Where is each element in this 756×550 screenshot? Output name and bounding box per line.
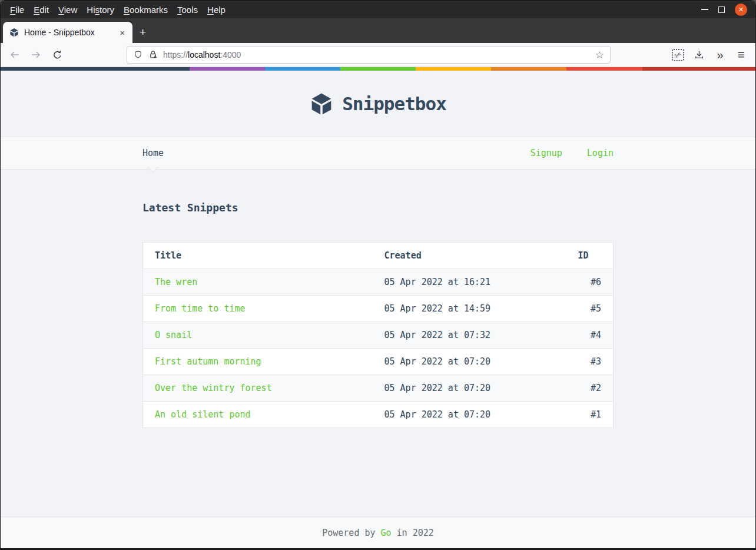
- snippet-id-cell: #3: [566, 349, 614, 375]
- overflow-chevron-icon[interactable]: »: [713, 48, 727, 62]
- url-bar[interactable]: https://localhost:4000 ☆: [127, 46, 611, 64]
- table-row: First autumn morning 05 Apr 2022 at 07:2…: [143, 349, 614, 375]
- downloads-button[interactable]: [692, 48, 706, 62]
- menu-file[interactable]: File: [5, 3, 29, 16]
- column-header-title: Title: [143, 243, 373, 269]
- snippet-created-cell: 05 Apr 2022 at 07:32: [373, 322, 566, 349]
- tracking-protection-shield-icon[interactable]: [133, 50, 143, 60]
- footer-text-suffix: in 2022: [397, 528, 434, 538]
- forward-arrow-icon: [30, 49, 42, 61]
- footer-text-prefix: Powered by: [322, 528, 375, 538]
- snippet-title-cell: An old silent pond: [143, 402, 373, 428]
- menu-tools[interactable]: Tools: [173, 3, 203, 16]
- snippetbox-favicon-cube-icon: [9, 28, 19, 37]
- main-area: Latest Snippets Title Created ID The wre…: [1, 170, 755, 516]
- nav-link-signup[interactable]: Signup: [530, 148, 562, 158]
- tab-close-icon[interactable]: ×: [117, 28, 128, 38]
- menu-edit[interactable]: Edit: [29, 3, 54, 16]
- reload-button[interactable]: [50, 48, 64, 62]
- snippet-created-cell: 05 Apr 2022 at 16:21: [373, 269, 566, 296]
- connection-lock-warning-icon[interactable]: [148, 49, 158, 60]
- snippet-title-link[interactable]: First autumn morning: [155, 356, 261, 367]
- snippet-id-cell: #6: [566, 269, 614, 296]
- snippet-title-link[interactable]: O snail: [155, 330, 192, 340]
- snippet-created-cell: 05 Apr 2022 at 14:59: [373, 296, 566, 322]
- screenshot-tool-button[interactable]: ✂: [671, 48, 685, 62]
- snippets-table: Title Created ID The wren 05 Apr 2022 at…: [142, 242, 614, 428]
- snippet-title-link[interactable]: The wren: [155, 277, 197, 287]
- download-icon: [694, 49, 705, 61]
- minimize-button[interactable]: [701, 9, 708, 10]
- new-tab-button[interactable]: +: [132, 22, 153, 43]
- snippet-title-cell: Over the wintry forest: [143, 375, 373, 402]
- bookmark-star-icon[interactable]: ☆: [595, 49, 604, 61]
- nav-link-login[interactable]: Login: [587, 148, 614, 158]
- table-row: From time to time 05 Apr 2022 at 14:59 #…: [143, 296, 614, 322]
- reload-icon: [52, 49, 63, 61]
- snippet-title-link[interactable]: An old silent pond: [155, 409, 251, 420]
- forward-button[interactable]: [29, 48, 43, 62]
- back-arrow-icon: [9, 49, 21, 61]
- snippet-title-link[interactable]: From time to time: [155, 303, 246, 314]
- snippet-created-cell: 05 Apr 2022 at 07:20: [373, 349, 566, 375]
- window-controls: ×: [701, 4, 751, 16]
- snippet-created-cell: 05 Apr 2022 at 07:20: [373, 402, 566, 428]
- snippet-created-cell: 05 Apr 2022 at 07:20: [373, 375, 566, 402]
- table-row: O snail 05 Apr 2022 at 07:32 #4: [143, 322, 614, 349]
- menu-items: FileEditViewHistoryBookmarksToolsHelp: [5, 3, 230, 16]
- close-window-button[interactable]: ×: [735, 4, 747, 16]
- menu-bar: FileEditViewHistoryBookmarksToolsHelp ×: [1, 1, 755, 18]
- menu-bookmarks[interactable]: Bookmarks: [119, 3, 173, 16]
- snippet-title-cell: First autumn morning: [143, 349, 373, 375]
- tab-bar: Home - Snippetbox × +: [1, 18, 755, 43]
- snippet-id-cell: #4: [566, 322, 614, 349]
- column-header-id: ID: [566, 243, 614, 269]
- site-nav: Home Signup Login: [1, 137, 755, 170]
- table-row: An old silent pond 05 Apr 2022 at 07:20 …: [143, 402, 614, 428]
- snippet-title-cell: From time to time: [143, 296, 373, 322]
- site-header: Snippetbox: [1, 71, 755, 137]
- footer-go-link[interactable]: Go: [381, 528, 392, 538]
- menu-view[interactable]: View: [54, 3, 82, 16]
- snippet-id-cell: #5: [566, 296, 614, 322]
- table-row: The wren 05 Apr 2022 at 16:21 #6: [143, 269, 614, 296]
- hamburger-menu-icon[interactable]: ≡: [734, 48, 748, 62]
- snippet-id-cell: #1: [566, 402, 614, 428]
- page-content: Snippetbox Home Signup Login Latest Snip…: [1, 71, 755, 548]
- snippet-id-cell: #2: [566, 375, 614, 402]
- snippet-title-cell: The wren: [143, 269, 373, 296]
- snippet-title-cell: O snail: [143, 322, 373, 349]
- tab-title: Home - Snippetbox: [24, 28, 111, 37]
- nav-link-home[interactable]: Home: [142, 148, 164, 158]
- maximize-button[interactable]: [718, 6, 725, 13]
- menu-history[interactable]: History: [82, 3, 119, 16]
- column-header-created: Created: [373, 243, 566, 269]
- browser-window: FileEditViewHistoryBookmarksToolsHelp × …: [0, 0, 756, 550]
- scissors-icon: ✂: [672, 49, 684, 61]
- tab-home-snippetbox[interactable]: Home - Snippetbox ×: [3, 22, 132, 43]
- site-title[interactable]: Snippetbox: [342, 93, 446, 114]
- table-header-row: Title Created ID: [143, 243, 614, 269]
- site-footer: Powered by Go in 2022: [1, 516, 755, 548]
- page-heading: Latest Snippets: [142, 201, 614, 214]
- snippet-title-link[interactable]: Over the wintry forest: [155, 383, 272, 393]
- browser-toolbar: https://localhost:4000 ☆ ✂ » ≡: [1, 43, 755, 67]
- snippetbox-logo-cube-icon: [310, 92, 333, 115]
- menu-help[interactable]: Help: [203, 3, 230, 16]
- url-text[interactable]: https://localhost:4000: [163, 50, 591, 59]
- back-button[interactable]: [8, 48, 22, 62]
- table-row: Over the wintry forest 05 Apr 2022 at 07…: [143, 375, 614, 402]
